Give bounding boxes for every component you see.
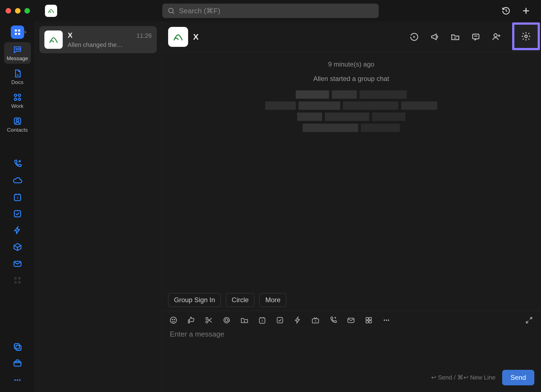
composer-toolbar: 3 bbox=[168, 311, 534, 327]
svg-point-8 bbox=[16, 49, 17, 49]
quick-action-group-sign-in[interactable]: Group Sign In bbox=[168, 293, 221, 307]
phone-icon[interactable] bbox=[13, 159, 22, 169]
more-horizontal-icon[interactable] bbox=[382, 316, 391, 324]
mention-icon[interactable] bbox=[223, 316, 231, 324]
replay-icon[interactable] bbox=[409, 32, 419, 42]
svg-point-16 bbox=[16, 119, 19, 122]
mail-icon[interactable] bbox=[13, 259, 22, 268]
svg-rect-56 bbox=[277, 317, 283, 323]
svg-point-24 bbox=[15, 278, 16, 279]
folder-icon[interactable] bbox=[451, 32, 460, 42]
expand-icon[interactable] bbox=[525, 316, 533, 324]
nav-label: Docs bbox=[11, 79, 23, 85]
mail-small-icon[interactable] bbox=[347, 316, 355, 324]
chat-avatar bbox=[168, 27, 188, 47]
conversation-preview: Allen changed the… bbox=[68, 41, 152, 49]
svg-rect-7 bbox=[18, 33, 20, 35]
svg-point-14 bbox=[18, 98, 21, 101]
timestamp: 9 minute(s) ago bbox=[328, 60, 375, 68]
chat-messages: 9 minute(s) ago Allen started a group ch… bbox=[161, 52, 541, 293]
svg-point-42 bbox=[170, 317, 177, 324]
svg-point-43 bbox=[172, 319, 173, 320]
svg-point-11 bbox=[14, 94, 17, 97]
svg-rect-6 bbox=[15, 33, 17, 35]
svg-rect-60 bbox=[366, 317, 368, 320]
nav-docs[interactable]: Docs bbox=[4, 66, 31, 88]
nav-contacts[interactable]: Contacts bbox=[4, 114, 31, 135]
add-person-icon[interactable] bbox=[492, 32, 501, 42]
nav-work[interactable]: Work bbox=[4, 90, 31, 111]
svg-line-1 bbox=[173, 12, 174, 14]
svg-point-38 bbox=[494, 34, 497, 37]
search-input[interactable] bbox=[179, 7, 374, 15]
conversation-list: X 11:26 Allen changed the… bbox=[35, 22, 161, 392]
box-icon[interactable] bbox=[13, 242, 22, 252]
svg-rect-28 bbox=[14, 344, 19, 349]
check-square-icon[interactable] bbox=[13, 209, 22, 218]
calendar-small-icon[interactable]: 3 bbox=[258, 316, 266, 324]
svg-rect-30 bbox=[14, 362, 21, 366]
emoji-icon[interactable] bbox=[169, 316, 178, 324]
quick-action-circle[interactable]: Circle bbox=[226, 293, 254, 307]
workspace-switcher[interactable] bbox=[11, 26, 24, 39]
system-message: Allen started a group chat bbox=[313, 75, 389, 83]
redacted-content bbox=[265, 90, 437, 132]
history-icon[interactable] bbox=[502, 6, 510, 15]
svg-text:3: 3 bbox=[261, 319, 263, 322]
svg-point-32 bbox=[17, 379, 18, 381]
tv-icon[interactable] bbox=[311, 316, 320, 324]
wallet-icon[interactable] bbox=[13, 359, 22, 368]
svg-point-9 bbox=[17, 49, 18, 49]
nav-message[interactable]: Message bbox=[4, 42, 31, 64]
svg-point-44 bbox=[174, 319, 175, 320]
svg-rect-29 bbox=[16, 345, 21, 350]
grid-muted-icon[interactable] bbox=[13, 276, 22, 285]
svg-point-10 bbox=[19, 49, 20, 49]
folder-add-icon[interactable] bbox=[240, 316, 249, 324]
bolt-icon[interactable] bbox=[13, 226, 22, 235]
scissors-icon[interactable] bbox=[205, 316, 213, 324]
conversation-avatar bbox=[44, 30, 63, 49]
conversation-name: X bbox=[68, 31, 72, 40]
gear-icon bbox=[521, 31, 531, 41]
svg-point-49 bbox=[225, 319, 228, 322]
bolt-small-icon[interactable] bbox=[294, 316, 302, 324]
svg-rect-21 bbox=[14, 211, 21, 217]
svg-point-0 bbox=[169, 8, 173, 13]
calendar-icon[interactable]: 3 bbox=[13, 192, 22, 202]
plus-icon[interactable] bbox=[522, 6, 530, 15]
quick-action-more[interactable]: More bbox=[259, 293, 286, 307]
search-bar[interactable] bbox=[162, 4, 379, 18]
maximize-window[interactable] bbox=[24, 8, 30, 14]
nav-label: Contacts bbox=[7, 127, 28, 133]
send-hint: ↩ Send / ⌘↩ New Line bbox=[431, 374, 496, 381]
svg-point-33 bbox=[19, 379, 21, 381]
more-icon[interactable] bbox=[13, 375, 22, 385]
announcement-icon[interactable] bbox=[430, 32, 439, 42]
window-controls[interactable] bbox=[6, 8, 30, 14]
svg-rect-63 bbox=[366, 320, 368, 323]
nav-label: Work bbox=[11, 103, 24, 109]
svg-point-26 bbox=[15, 281, 16, 283]
apps-icon[interactable] bbox=[365, 316, 373, 324]
svg-rect-62 bbox=[369, 317, 371, 320]
svg-rect-4 bbox=[15, 29, 17, 32]
thumbs-up-icon[interactable] bbox=[187, 316, 195, 324]
minimize-window[interactable] bbox=[15, 8, 21, 14]
svg-point-25 bbox=[19, 278, 20, 279]
topic-icon[interactable] bbox=[471, 32, 481, 42]
message-input[interactable] bbox=[170, 330, 533, 366]
svg-marker-34 bbox=[413, 35, 415, 38]
send-button[interactable]: Send bbox=[502, 370, 534, 385]
settings-button[interactable] bbox=[512, 22, 540, 50]
svg-point-13 bbox=[14, 98, 17, 101]
conversation-item[interactable]: X 11:26 Allen changed the… bbox=[39, 26, 157, 53]
svg-point-27 bbox=[19, 281, 20, 283]
close-window[interactable] bbox=[6, 8, 11, 14]
call-icon[interactable] bbox=[329, 316, 337, 324]
quick-actions: Group Sign In Circle More bbox=[161, 293, 541, 311]
stack-icon[interactable] bbox=[13, 342, 22, 352]
cloud-icon[interactable] bbox=[13, 176, 22, 185]
task-icon[interactable] bbox=[276, 316, 284, 324]
svg-point-31 bbox=[14, 379, 16, 381]
